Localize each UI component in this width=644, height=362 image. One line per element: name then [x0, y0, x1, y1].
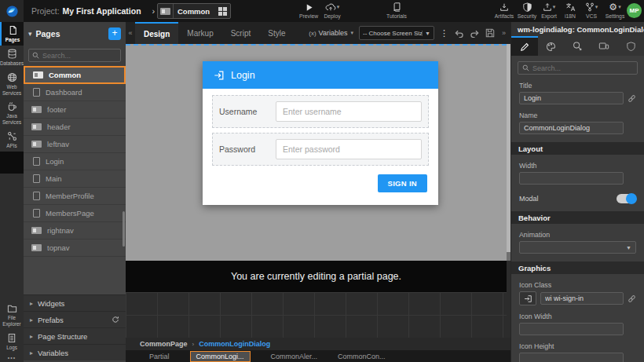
icon-height-field[interactable]: [519, 353, 624, 362]
partial-canvas-area[interactable]: Login Username Password SIGN IN: [126, 44, 507, 261]
more-options-icon[interactable]: ⋮: [440, 28, 448, 38]
tab-devices[interactable]: [591, 36, 617, 56]
page-list-item[interactable]: topnav: [24, 240, 126, 257]
sidebar-item-pages[interactable]: Pages: [0, 22, 24, 46]
deploy-button[interactable]: ▾ Deploy: [319, 2, 346, 19]
page-list-item[interactable]: rightnav: [24, 222, 126, 240]
project-breadcrumb: Project: My First Application ›: [31, 0, 155, 22]
modal-toggle[interactable]: [617, 194, 636, 203]
app-logo[interactable]: [0, 0, 24, 22]
name-field[interactable]: [519, 122, 624, 134]
sidebar-item-databases[interactable]: Databases: [0, 46, 24, 69]
sidebar-item-apis[interactable]: APIs: [0, 128, 24, 152]
icon-class-field-label: Icon Class: [519, 281, 636, 289]
breadcrumb-parent[interactable]: CommonPage: [140, 340, 188, 348]
form-field-password[interactable]: Password: [212, 133, 429, 166]
variables-label: Variables: [319, 29, 348, 37]
title-field[interactable]: [519, 92, 624, 104]
pages-panel-title: Pages: [36, 29, 108, 38]
form-field-username[interactable]: Username: [212, 95, 429, 128]
page-list-item[interactable]: Dashboard: [24, 84, 126, 101]
tab-common-confirm-dialog[interactable]: CommonCon...: [338, 353, 386, 360]
page-list-item[interactable]: MembersPage: [24, 205, 126, 222]
tab-styles[interactable]: [538, 36, 565, 56]
screen-size-select[interactable]: -- Choose Screen Size -- ▼: [359, 26, 434, 40]
page-selector-dropdown[interactable]: Common: [157, 3, 231, 19]
caret-down-icon[interactable]: ▾: [28, 30, 32, 38]
tab-properties[interactable]: [511, 36, 538, 56]
grid-view-icon[interactable]: [218, 7, 227, 16]
pages-list-scrollbar[interactable]: [123, 211, 125, 247]
rail-overflow-menu[interactable]: •••: [0, 355, 24, 360]
sign-in-button[interactable]: SIGN IN: [378, 174, 427, 192]
animation-select[interactable]: ▼: [519, 241, 636, 254]
preview-label: Preview: [299, 13, 318, 19]
tab-style[interactable]: Style: [259, 22, 294, 44]
tab-markup[interactable]: Markup: [178, 22, 221, 44]
variables-icon: (x): [309, 30, 316, 37]
page-item-label: rightnav: [47, 226, 74, 235]
tab-partial[interactable]: Partial: [149, 353, 170, 360]
pages-search[interactable]: [28, 49, 121, 62]
search-icon: [522, 64, 529, 71]
page-list-item[interactable]: header: [24, 119, 126, 136]
refresh-icon[interactable]: [112, 316, 119, 324]
sidebar-item-file-explorer[interactable]: File Explorer: [0, 301, 24, 330]
width-field[interactable]: [519, 172, 624, 185]
collapse-left-panel-icon[interactable]: «: [126, 29, 135, 37]
icon-height-field-label: Icon Height: [519, 342, 636, 350]
collapse-right-panel-icon[interactable]: »: [500, 29, 507, 37]
add-page-button[interactable]: +: [108, 27, 121, 40]
caret-right-icon: ▸: [30, 316, 33, 324]
tab-common-alert-dialog[interactable]: CommonAler...: [271, 353, 318, 360]
section-widgets[interactable]: ▸Widgets: [24, 294, 126, 311]
tutorials-button[interactable]: Tutorials: [383, 2, 410, 19]
icon-width-field[interactable]: [519, 323, 624, 335]
section-prefabs[interactable]: ▸Prefabs: [24, 311, 126, 327]
caret-right-icon: ▸: [30, 349, 33, 357]
bind-link-icon[interactable]: [628, 94, 636, 103]
page-list-item[interactable]: footer: [24, 101, 126, 119]
page-list-item[interactable]: Common: [24, 66, 126, 84]
redo-icon[interactable]: [470, 29, 480, 38]
bind-link-icon[interactable]: [628, 294, 636, 303]
vcs-button[interactable]: ▾ VCS: [578, 2, 605, 19]
variables-button[interactable]: (x) Variables ▾: [309, 29, 353, 37]
pages-panel-sections: ▸Widgets ▸Prefabs ▸Page Structure ▸Varia…: [24, 294, 126, 360]
upload-icon: ▾: [543, 2, 556, 13]
dropdown-arrow-icon: ▼: [422, 31, 430, 36]
tutorials-label: Tutorials: [386, 13, 407, 19]
tab-common-login-dialog[interactable]: CommonLogi...: [190, 351, 251, 362]
page-item-label: topnav: [47, 243, 70, 252]
tab-security[interactable]: [617, 36, 644, 56]
tab-script[interactable]: Script: [222, 22, 260, 44]
sidebar-item-web-services[interactable]: Web Services: [0, 69, 24, 99]
save-icon[interactable]: [485, 28, 495, 38]
section-variables[interactable]: ▸Variables: [24, 344, 126, 360]
icon-class-field[interactable]: [540, 292, 624, 305]
page-list-item[interactable]: Login: [24, 153, 126, 170]
section-page-structure[interactable]: ▸Page Structure: [24, 327, 126, 344]
user-avatar[interactable]: MP: [627, 3, 642, 18]
tab-events[interactable]: [565, 36, 591, 56]
username-input[interactable]: [276, 101, 422, 122]
breadcrumb-current[interactable]: CommonLoginDialog: [199, 340, 270, 348]
properties-search[interactable]: [518, 61, 638, 75]
password-input[interactable]: [276, 139, 422, 159]
pages-search-input[interactable]: [42, 52, 117, 60]
undo-icon[interactable]: [454, 29, 464, 38]
properties-search-input[interactable]: [532, 64, 633, 72]
artifacts-label: Artifacts: [495, 13, 514, 19]
page-list-item[interactable]: MemberProfile: [24, 188, 126, 205]
sidebar-item-logs[interactable]: Logs: [0, 330, 24, 353]
settings-button[interactable]: ⚙▾ Settings: [602, 2, 628, 19]
page-list-item[interactable]: Main: [24, 170, 126, 188]
width-field-label: Width: [519, 162, 636, 170]
preview-button[interactable]: Preview: [295, 2, 322, 19]
dialog-footer: SIGN IN: [203, 166, 438, 201]
page-list-item[interactable]: leftnav: [24, 136, 126, 153]
dropdown-arrow-icon: ▼: [626, 245, 631, 250]
tab-design[interactable]: Design: [135, 22, 178, 44]
sidebar-item-java-services[interactable]: Java Services: [0, 98, 24, 128]
login-dialog-widget[interactable]: Login Username Password SIGN IN: [203, 61, 438, 205]
